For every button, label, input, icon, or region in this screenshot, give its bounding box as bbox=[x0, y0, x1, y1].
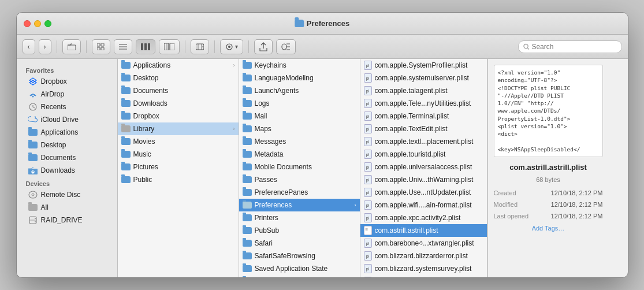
col2-pubsub[interactable]: PubSub bbox=[239, 224, 360, 237]
col1-pictures[interactable]: Pictures bbox=[118, 161, 239, 173]
add-tags-button[interactable]: Add Tags… bbox=[494, 225, 603, 232]
col1-music[interactable]: Music bbox=[118, 148, 239, 161]
sidebar-item-raid[interactable]: RAID_DRIVE bbox=[19, 214, 115, 226]
close-button[interactable] bbox=[24, 20, 31, 27]
col2-keychains[interactable]: Keychains bbox=[239, 59, 360, 72]
preview-xml-content: <?xml version="1.0" encoding="UTF-8"?> <… bbox=[494, 65, 603, 157]
col3-item4[interactable]: pl com.apple.Tele...nyUtilities.plist bbox=[360, 97, 487, 110]
col1-downloads[interactable]: Downloads bbox=[118, 97, 239, 110]
sidebar-item-airdrop[interactable]: AirDrop bbox=[19, 88, 115, 101]
sidebar-item-remote[interactable]: Remote Disc bbox=[19, 188, 115, 201]
devices-label: Devices bbox=[17, 177, 117, 188]
svg-point-31 bbox=[32, 194, 34, 196]
folder-icon bbox=[121, 163, 131, 170]
col3-item1[interactable]: pl com.apple.SystemProfiler.plist bbox=[360, 59, 487, 72]
col3-item3[interactable]: pl com.apple.talagent.plist bbox=[360, 84, 487, 97]
maximize-button[interactable] bbox=[44, 20, 51, 27]
col2-logs[interactable]: Logs bbox=[239, 97, 360, 110]
sidebar-item-downloads[interactable]: Downloads bbox=[19, 164, 115, 177]
tag-button[interactable] bbox=[276, 39, 296, 54]
sidebar-label: Recents bbox=[41, 103, 66, 111]
col2-preferencepanes[interactable]: PreferencePanes bbox=[239, 186, 360, 199]
search-box[interactable] bbox=[518, 40, 622, 53]
item-label: PreferencePanes bbox=[255, 188, 356, 196]
plist-icon: pl bbox=[364, 277, 372, 277]
chevron-icon: › bbox=[233, 62, 235, 68]
col3-item5[interactable]: pl com.apple.Terminal.plist bbox=[360, 110, 487, 122]
plist-icon: pl bbox=[364, 175, 372, 184]
col3-item17[interactable]: pl com.blizzard.systemsurvey.plist bbox=[360, 262, 487, 275]
view-columns-button[interactable] bbox=[136, 39, 155, 54]
col3-item15[interactable]: pl com.bareboneꢀ...xtwrangler.plist bbox=[360, 237, 487, 250]
remote-disc-icon bbox=[28, 190, 38, 199]
col1-documents[interactable]: Documents bbox=[118, 84, 239, 97]
col3-item6[interactable]: pl com.apple.TextEdit.plist bbox=[360, 122, 487, 135]
col2-passes[interactable]: Passes bbox=[239, 173, 360, 186]
col3-astrill[interactable]: com.astrill.astrill.plist bbox=[360, 224, 487, 237]
folder-icon bbox=[295, 20, 304, 27]
item-label: com.bareboneꢀ...xtwrangler.plist bbox=[375, 239, 483, 247]
share-button[interactable] bbox=[254, 39, 273, 54]
sidebar-item-dropbox[interactable]: Dropbox bbox=[19, 75, 115, 88]
created-row: Created 12/10/18, 2:12 PM bbox=[494, 188, 603, 199]
toolbar: ‹ › bbox=[17, 35, 628, 59]
col2-launchagents[interactable]: LaunchAgents bbox=[239, 84, 360, 97]
svg-point-18 bbox=[228, 46, 230, 48]
sidebar-item-documents[interactable]: Documents bbox=[19, 151, 115, 164]
col2-safarisafebrowsing[interactable]: SafariSafeBrowsing bbox=[239, 250, 360, 262]
col2-savedappstate[interactable]: Saved Application State bbox=[239, 262, 360, 275]
col1-public[interactable]: Public bbox=[118, 173, 239, 186]
col3-item12[interactable]: pl com.apple.wifi....ain-format.plist bbox=[360, 199, 487, 211]
col2-screensavers[interactable]: Screen Savers bbox=[239, 275, 360, 277]
view-list-button[interactable] bbox=[114, 39, 132, 54]
col3-item18[interactable]: pl com.dropbox.D...acUpdate.plist bbox=[360, 275, 487, 277]
sidebar-item-desktop[interactable]: Desktop bbox=[19, 139, 115, 151]
back-button[interactable]: ‹ bbox=[23, 39, 35, 54]
col3-item10[interactable]: pl com.apple.Univ...thWarning.plist bbox=[360, 173, 487, 186]
svg-point-27 bbox=[32, 96, 33, 98]
col3-item13[interactable]: pl com.apple.xpc.activity2.plist bbox=[360, 211, 487, 224]
col1-library[interactable]: Library › bbox=[118, 122, 239, 135]
col2-messages[interactable]: Messages bbox=[239, 135, 360, 148]
item-label: com.apple.talagent.plist bbox=[375, 87, 483, 95]
col2-mobiledocs[interactable]: Mobile Documents bbox=[239, 161, 360, 173]
col3-item11[interactable]: pl com.apple.Use...ntUpdater.plist bbox=[360, 186, 487, 199]
col1-desktop[interactable]: Desktop bbox=[118, 72, 239, 84]
forward-button[interactable]: › bbox=[39, 39, 51, 54]
minimize-button[interactable] bbox=[34, 20, 41, 27]
arrange-button[interactable] bbox=[191, 39, 209, 54]
col2-metadata[interactable]: Metadata bbox=[239, 148, 360, 161]
toolbar-separator3 bbox=[185, 40, 185, 53]
col2-preferences[interactable]: Preferences › bbox=[239, 199, 360, 211]
svg-rect-8 bbox=[141, 43, 143, 50]
col3-item2[interactable]: pl com.apple.systemuiserver.plist bbox=[360, 72, 487, 84]
sidebar-item-recents[interactable]: Recents bbox=[19, 101, 115, 113]
col2-maps[interactable]: Maps bbox=[239, 122, 360, 135]
folder-icon bbox=[121, 151, 131, 158]
sidebar-item-applications[interactable]: Applications bbox=[19, 126, 115, 139]
created-value: 12/10/18, 2:12 PM bbox=[551, 188, 603, 199]
col2-printers[interactable]: Printers bbox=[239, 211, 360, 224]
svg-rect-12 bbox=[170, 43, 174, 50]
sidebar-item-icloud[interactable]: iCloud Drive bbox=[19, 113, 115, 126]
search-input[interactable] bbox=[531, 43, 616, 51]
new-folder-button[interactable] bbox=[62, 39, 81, 54]
col3-item7[interactable]: pl com.apple.textl...placement.plist bbox=[360, 135, 487, 148]
sidebar-label: Downloads bbox=[41, 166, 75, 174]
airdrop-icon bbox=[28, 90, 38, 99]
col2-safari[interactable]: Safari bbox=[239, 237, 360, 250]
col3-item8[interactable]: pl com.apple.touristd.plist bbox=[360, 148, 487, 161]
col1-movies[interactable]: Movies bbox=[118, 135, 239, 148]
view-gallery-button[interactable] bbox=[159, 39, 180, 54]
col2-mail[interactable]: Mail bbox=[239, 110, 360, 122]
item-label: Library bbox=[133, 125, 230, 133]
col3-item9[interactable]: pl com.apple.universalaccess.plist bbox=[360, 161, 487, 173]
col1-dropbox[interactable]: Dropbox bbox=[118, 110, 239, 122]
col1-applications[interactable]: Applications › bbox=[118, 59, 239, 72]
view-icons-button[interactable] bbox=[92, 39, 110, 54]
col2-languagemodeling[interactable]: LanguageModeling bbox=[239, 72, 360, 84]
svg-rect-0 bbox=[68, 45, 76, 50]
action-button[interactable]: ▾ bbox=[220, 39, 243, 54]
sidebar-item-all[interactable]: All bbox=[19, 201, 115, 214]
col3-item16[interactable]: pl com.blizzard.blizzarderror.plist bbox=[360, 250, 487, 262]
